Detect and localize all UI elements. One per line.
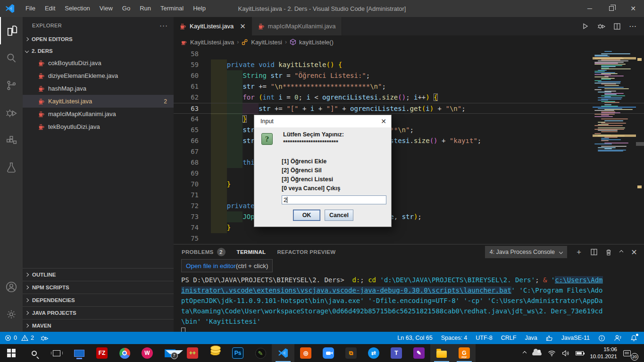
chrome-app[interactable] [113, 344, 136, 362]
explorer-icon[interactable] [0, 17, 23, 44]
task-view[interactable] [45, 344, 68, 362]
section-dependencies[interactable]: DEPENDENCIES [23, 294, 174, 306]
coins-app[interactable] [204, 344, 226, 362]
debug-run-button[interactable] [597, 23, 605, 30]
debug-status-icon[interactable] [40, 335, 49, 342]
indentation[interactable]: Spaces: 4 [441, 335, 468, 341]
wifi-icon[interactable] [548, 350, 556, 356]
encoding[interactable]: UTF-8 [476, 335, 492, 341]
kill-terminal-icon[interactable] [605, 249, 612, 256]
menu-help[interactable]: Help [188, 0, 210, 17]
split-terminal-button[interactable] [591, 249, 597, 255]
remote-desktop-app[interactable] [68, 344, 91, 362]
file-item-mapicimapkullanimijava[interactable]: mapIciMapKullanimi.java [23, 108, 174, 120]
purple-pen-app[interactable]: ✎ [408, 344, 430, 362]
split-editor-button[interactable] [614, 23, 620, 30]
file-item-tekboyutludizijava[interactable]: tekBoyutluDizi.java [23, 120, 174, 133]
source-control-icon[interactable] [0, 72, 23, 99]
close-button[interactable]: ✕ [622, 0, 644, 17]
dialog-close-icon[interactable]: ✕ [381, 118, 386, 125]
eol-sequence[interactable]: CRLF [501, 335, 517, 341]
menu-file[interactable]: File [21, 0, 40, 17]
cursor-position[interactable]: Ln 63, Col 65 [397, 335, 432, 341]
terminal-output[interactable]: PS D:\DEV\JAVA\PROJECTS\BIREYSEL\2. Ders… [181, 275, 641, 332]
teamviewer-app[interactable]: ⇄ [362, 344, 385, 362]
dialog-text-input[interactable]: 2 [282, 195, 386, 204]
explorer-more-actions[interactable]: ··· [159, 21, 168, 29]
zoom-app[interactable] [317, 344, 340, 362]
menu-edit[interactable]: Edit [40, 0, 60, 17]
tab-close-icon[interactable]: ✕ [240, 22, 246, 31]
breadcrumb-method[interactable]: kayitListele() [299, 39, 334, 46]
file-item-hashmapjava[interactable]: hashMap.java [23, 82, 174, 95]
tab-kayitlistesi[interactable]: KayitListesi.java ✕ [174, 17, 252, 35]
thumbs-up-icon[interactable] [546, 335, 553, 341]
volume-icon[interactable] [562, 350, 569, 356]
menu-selection[interactable]: Selection [60, 0, 94, 17]
run-debug-icon[interactable] [0, 99, 23, 126]
teams-app[interactable]: T [385, 344, 408, 362]
problems-status[interactable]: 0 2 [5, 335, 34, 341]
pdf-app[interactable]: GPDF [453, 344, 476, 362]
menu-terminal[interactable]: Terminal [156, 0, 188, 17]
mail-app[interactable]: 7 [159, 344, 181, 362]
file-explorer-app[interactable] [430, 344, 453, 362]
file-item-kayitlistesijava[interactable]: KayitListesi.java2 [23, 95, 174, 108]
minimize-button[interactable]: ─ [579, 0, 601, 17]
maximize-panel-icon[interactable] [619, 250, 623, 254]
filezilla-app[interactable]: FZ [91, 344, 113, 362]
extensions-icon[interactable] [0, 126, 23, 154]
language-mode[interactable]: Java [525, 335, 537, 341]
tab-refactor-preview[interactable]: REFACTOR PREVIEW [277, 249, 335, 255]
open-file-link[interactable]: Open file in editor [186, 262, 236, 269]
breadcrumb-file[interactable]: KayitListesi.java [190, 39, 234, 46]
menu-run[interactable]: Run [135, 0, 156, 17]
tray-expand-icon[interactable] [523, 351, 527, 355]
section-outline[interactable]: OUTLINE [23, 268, 174, 281]
terminal-selector[interactable]: 4: Java Process Console [485, 246, 567, 258]
settings-gear-icon[interactable] [0, 301, 23, 328]
info-icon[interactable] [598, 335, 605, 342]
dialog-title-bar[interactable]: Input ✕ [254, 115, 391, 127]
menu-go[interactable]: Go [117, 0, 135, 17]
taskbar-search[interactable] [23, 344, 45, 362]
more-actions-button[interactable]: ⋯ [629, 22, 636, 31]
red-plus-app[interactable]: ++ [181, 344, 204, 362]
screen-pen-app[interactable]: ✎ [249, 344, 272, 362]
restore-button[interactable] [601, 0, 622, 17]
tab-mapicimapkullanimi[interactable]: mapIciMapKullanimi.java [252, 17, 342, 35]
folder-2-ders[interactable]: 2. DERS [23, 45, 174, 57]
vscode-app[interactable] [272, 344, 294, 362]
start-button[interactable] [0, 344, 23, 362]
run-button[interactable] [582, 23, 589, 30]
cancel-button[interactable]: Cancel [325, 210, 353, 221]
terminal-file-link[interactable]: c:\Users\Adm [555, 276, 602, 284]
test-beaker-icon[interactable] [0, 154, 23, 181]
menu-view[interactable]: View [95, 0, 117, 17]
search-icon[interactable] [0, 44, 23, 72]
account-icon[interactable] [0, 273, 23, 301]
battery-icon[interactable] [576, 351, 584, 355]
section-npm-scripts[interactable]: NPM SCRIPTS [23, 281, 174, 294]
feedback-icon[interactable] [614, 335, 622, 341]
section-maven[interactable]: MAVEN [23, 319, 174, 332]
open-editors-section[interactable]: OPEN EDITORS [23, 34, 174, 45]
breadcrumb-class[interactable]: KayitListesi [251, 39, 282, 46]
tray-clock[interactable]: 15:06 10.01.2021 [590, 346, 617, 360]
photoshop-app[interactable]: Ps [226, 344, 249, 362]
close-panel-icon[interactable]: ✕ [631, 248, 637, 257]
code-area[interactable]: 5859 private void kayitListele() {60 Str… [174, 49, 644, 244]
tab-terminal[interactable]: TERMINAL [237, 249, 266, 255]
vmware-app[interactable]: ⧉ [340, 344, 362, 362]
file-item-diziyeelemaneklemejava[interactable]: diziyeElemanEkleme.java [23, 69, 174, 82]
java-runtime[interactable]: JavaSE-11 [561, 335, 590, 341]
file-item-cokboyutludizijava[interactable]: cokBoyutluDizi.java [23, 57, 174, 69]
screenshot-app[interactable]: ◎ [294, 344, 317, 362]
action-center-icon[interactable]: 20 [623, 344, 639, 362]
section-java-projects[interactable]: JAVA PROJECTS [23, 306, 174, 319]
new-terminal-button[interactable]: ＋ [575, 247, 583, 257]
terminal-file-link[interactable]: inistrator\.vscode\extensions\vscjava.vs… [181, 286, 511, 294]
wampserver-app[interactable]: W [136, 344, 159, 362]
onedrive-icon[interactable] [532, 351, 542, 355]
tab-problems[interactable]: PROBLEMS 2 [182, 248, 226, 256]
